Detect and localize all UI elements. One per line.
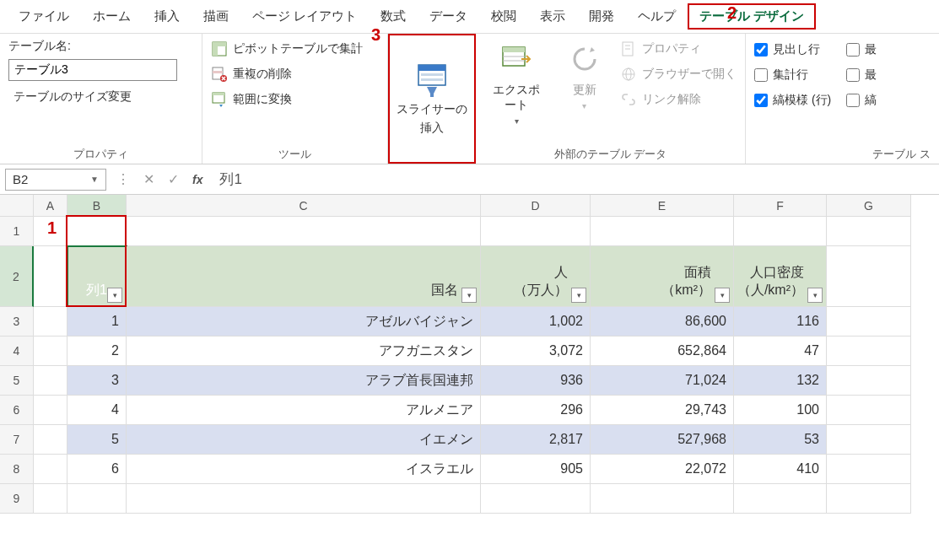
col-header-c[interactable]: C: [127, 195, 481, 217]
last-col-checkbox[interactable]: 最: [846, 42, 877, 57]
name-box[interactable]: B2 ▼: [5, 169, 106, 191]
menu-file[interactable]: ファイル: [7, 3, 81, 30]
cell[interactable]: [827, 366, 911, 396]
cell[interactable]: [34, 484, 67, 514]
cell[interactable]: [34, 366, 67, 396]
cell[interactable]: 905: [481, 455, 591, 484]
fx-icon[interactable]: fx: [189, 173, 206, 186]
cell[interactable]: 1: [67, 307, 127, 337]
cell[interactable]: 132: [734, 366, 827, 396]
menu-home[interactable]: ホーム: [81, 3, 143, 30]
cell[interactable]: アゼルバイジャン: [127, 307, 481, 337]
cell[interactable]: 410: [734, 455, 827, 484]
header-row-checkbox[interactable]: 見出し行: [754, 42, 831, 57]
select-all-corner[interactable]: [0, 195, 34, 217]
formula-input[interactable]: 列1: [213, 170, 934, 189]
row-header-2[interactable]: 2: [0, 246, 34, 307]
refresh-button[interactable]: 更新 ▾: [553, 39, 618, 114]
menu-view[interactable]: 表示: [528, 3, 577, 30]
cell[interactable]: アルメニア: [127, 396, 481, 425]
cell[interactable]: 53: [734, 425, 827, 455]
table-header-cell[interactable]: 国名 ▾: [127, 246, 481, 307]
banded-rows-checkbox[interactable]: 縞模様 (行): [754, 93, 831, 108]
menu-table-design[interactable]: テーブル デザイン: [688, 3, 816, 30]
menu-review[interactable]: 校閲: [479, 3, 528, 30]
row-header-1[interactable]: 1: [0, 217, 34, 246]
last-col-checkbox-2[interactable]: 最: [846, 67, 877, 83]
cell[interactable]: 6: [67, 455, 127, 484]
cell[interactable]: 296: [481, 396, 591, 425]
cell[interactable]: 652,864: [591, 337, 734, 366]
row-header-3[interactable]: 3: [0, 307, 34, 337]
cell[interactable]: 2,817: [481, 425, 591, 455]
total-row-checkbox[interactable]: 集計行: [754, 67, 831, 83]
menu-draw[interactable]: 描画: [192, 3, 240, 30]
cell[interactable]: [34, 396, 67, 425]
filter-button[interactable]: ▾: [571, 288, 586, 303]
remove-duplicates-button[interactable]: 重複の削除: [211, 66, 363, 83]
cell[interactable]: 936: [481, 366, 591, 396]
menu-developer[interactable]: 開発: [577, 3, 626, 30]
cell[interactable]: イエメン: [127, 425, 481, 455]
col-header-a[interactable]: A: [34, 195, 67, 217]
col-header-g[interactable]: G: [827, 195, 911, 217]
filter-button[interactable]: ▾: [107, 288, 122, 303]
cell[interactable]: 1: [34, 217, 67, 246]
col-header-f[interactable]: F: [734, 195, 827, 217]
cell[interactable]: 86,600: [591, 307, 734, 337]
row-header-9[interactable]: 9: [0, 484, 34, 514]
cell[interactable]: イスラエル: [127, 455, 481, 484]
cell[interactable]: [34, 307, 67, 337]
cell[interactable]: [827, 396, 911, 425]
cell[interactable]: [34, 337, 67, 366]
cell[interactable]: [127, 484, 481, 514]
menu-data[interactable]: データ: [418, 3, 479, 30]
cell[interactable]: 4: [67, 396, 127, 425]
cell[interactable]: [591, 484, 734, 514]
cell[interactable]: 116: [734, 307, 827, 337]
menu-help[interactable]: ヘルプ: [626, 3, 688, 30]
formula-accept-icon[interactable]: ✓: [165, 171, 182, 187]
table-name-input[interactable]: [8, 59, 177, 81]
export-button[interactable]: エクスポート ▾: [484, 39, 549, 129]
table-header-cell[interactable]: 人 （万人） ▾: [481, 246, 591, 307]
chevron-down-icon[interactable]: ▼: [90, 175, 99, 184]
cell[interactable]: [481, 217, 591, 246]
menu-page-layout[interactable]: ページ レイアウト: [240, 3, 369, 30]
row-header-4[interactable]: 4: [0, 337, 34, 366]
row-header-8[interactable]: 8: [0, 455, 34, 484]
filter-button[interactable]: ▾: [461, 288, 477, 303]
cell[interactable]: [827, 337, 911, 366]
col-header-b[interactable]: B: [67, 195, 127, 217]
cell[interactable]: アフガニスタン: [127, 337, 481, 366]
col-header-e[interactable]: E: [591, 195, 734, 217]
formula-cancel-icon[interactable]: ✕: [140, 171, 158, 187]
filter-button[interactable]: ▾: [715, 288, 730, 303]
cell-b2-selected[interactable]: 列1 ▾: [67, 246, 127, 307]
cell[interactable]: [827, 425, 911, 455]
cell[interactable]: 2: [67, 337, 127, 366]
filter-button[interactable]: ▾: [807, 288, 823, 303]
cell[interactable]: [481, 484, 591, 514]
row-header-6[interactable]: 6: [0, 396, 34, 425]
menu-insert[interactable]: 挿入: [143, 3, 192, 30]
cell[interactable]: 3: [67, 366, 127, 396]
cell[interactable]: 5: [67, 425, 127, 455]
cell[interactable]: 29,743: [591, 396, 734, 425]
cell[interactable]: 3,072: [481, 337, 591, 366]
cell[interactable]: 71,024: [591, 366, 734, 396]
row-header-5[interactable]: 5: [0, 366, 34, 396]
cell[interactable]: アラブ首長国連邦: [127, 366, 481, 396]
cell[interactable]: [827, 307, 911, 337]
row-header-7[interactable]: 7: [0, 425, 34, 455]
table-header-cell[interactable]: 面積 （km²） ▾: [591, 246, 734, 307]
pivot-summary-button[interactable]: ピボットテーブルで集計: [211, 40, 363, 57]
cell[interactable]: [827, 246, 911, 307]
cell[interactable]: [34, 246, 67, 307]
cell[interactable]: 1,002: [481, 307, 591, 337]
cell[interactable]: [734, 484, 827, 514]
cell[interactable]: [827, 455, 911, 484]
banded-cols-checkbox[interactable]: 縞: [846, 93, 877, 108]
cell[interactable]: [67, 217, 127, 246]
cell[interactable]: 527,968: [591, 425, 734, 455]
